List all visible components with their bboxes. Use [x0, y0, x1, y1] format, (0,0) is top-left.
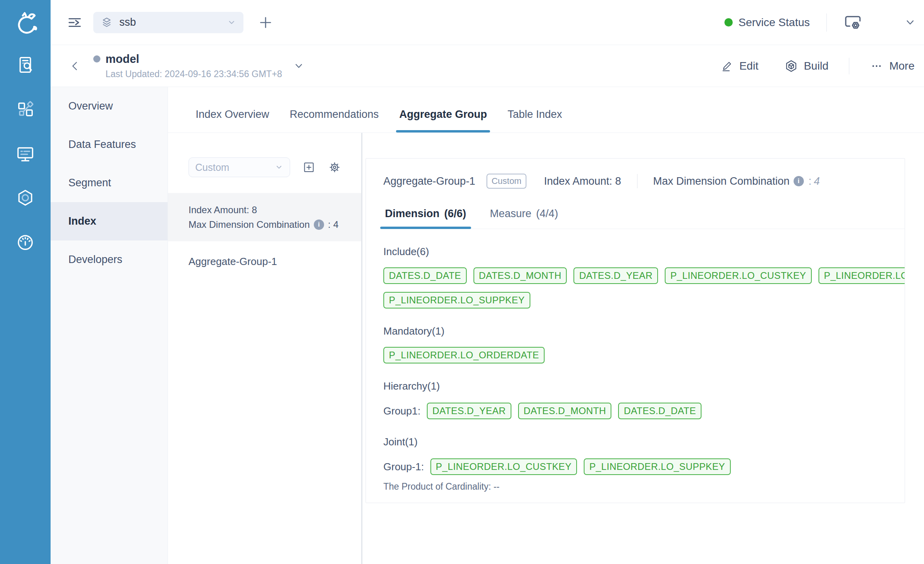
sidebar-item-index[interactable]: Index: [51, 202, 168, 240]
cardinality-footnote: The Product of Cardinality: --: [383, 481, 905, 492]
dimension-tag: DATES.D_MONTH: [518, 403, 612, 419]
model-name: model: [106, 53, 139, 66]
service-status-dot: [724, 18, 733, 26]
build-cube-icon: [784, 59, 798, 73]
model-status-dot: [93, 55, 100, 62]
info-icon[interactable]: i: [314, 220, 324, 230]
tag-row: DATES.D_DATEDATES.D_MONTHDATES.D_YEARP_L…: [383, 267, 905, 284]
custom-badge: Custom: [487, 174, 527, 189]
group-label: Group-1:: [383, 461, 424, 473]
chevron-down-icon: [275, 163, 283, 172]
dimension-tag: P_LINEORDER.LO_SUPPKEY: [383, 292, 530, 308]
sidebar-item-data-features[interactable]: Data Features: [51, 125, 168, 164]
sidebar-item-segment[interactable]: Segment: [51, 164, 168, 202]
sidebar-item-developers[interactable]: Developers: [51, 240, 168, 279]
pencil-icon: [721, 60, 734, 72]
dimension-tag: DATES.D_YEAR: [573, 267, 658, 284]
group-label: Group1:: [383, 405, 421, 417]
tab-count: (4/4): [536, 208, 558, 220]
tab-aggregate-group[interactable]: Aggregate Group: [398, 108, 488, 132]
section-label-mandatory-1: Mandatory(1): [383, 325, 905, 337]
list-item-aggregate-group-1[interactable]: Aggregate-Group-1: [189, 256, 341, 268]
user-menu-chevron-icon[interactable]: [904, 17, 916, 28]
collapse-menu-icon[interactable]: [66, 14, 83, 31]
more-label: More: [889, 60, 915, 72]
tab-measure[interactable]: Measure(4/4): [488, 208, 560, 229]
add-project-icon[interactable]: [258, 15, 273, 30]
dimension-tag: P_LINEORDER.LO_ORDERDATE: [818, 267, 905, 284]
tab-label: Measure: [490, 208, 532, 220]
section-label-hierarchy-1: Hierarchy(1): [383, 380, 905, 392]
max-dim-value: 4: [814, 175, 820, 187]
group-tags: DATES.D_YEARDATES.D_MONTHDATES.D_DATE: [427, 403, 708, 419]
gear-icon[interactable]: [328, 160, 341, 175]
model-subnav: OverviewData FeaturesSegmentIndexDevelop…: [51, 87, 168, 564]
index-type-select[interactable]: Custom: [189, 157, 290, 177]
dimension-measure-tabs: Dimension(6/6)Measure(4/4): [383, 208, 905, 229]
dimension-sections: Include(6)DATES.D_DATEDATES.D_MONTHDATES…: [383, 246, 905, 492]
header-divider: [849, 58, 849, 74]
group-row: Group1:DATES.D_YEARDATES.D_MONTHDATES.D_…: [383, 403, 905, 419]
streaming-monitor-icon[interactable]: [15, 143, 36, 164]
dashboard-gauge-icon[interactable]: [15, 232, 36, 252]
dimension-tag: P_LINEORDER.LO_ORDERDATE: [383, 347, 545, 363]
build-button[interactable]: Build: [784, 59, 828, 73]
more-dots-icon: [870, 59, 883, 73]
aggregate-group-summary-item[interactable]: Index Amount: 8 Max Dimension Combinatio…: [168, 193, 361, 241]
group-tags: P_LINEORDER.LO_CUSTKEYP_LINEORDER.LO_SUP…: [430, 458, 737, 475]
topbar-divider: [826, 13, 827, 32]
query-history-icon[interactable]: [15, 55, 36, 75]
main-column: ssb Service Status model Last Updated: 2…: [51, 0, 924, 564]
service-status-label[interactable]: Service Status: [738, 16, 810, 29]
model-last-updated: Last Updated: 2024-09-16 23:34:56 GMT+8: [106, 69, 282, 79]
dimension-tag: DATES.D_YEAR: [427, 403, 511, 419]
max-dim-label: Max Dimension Combination: [653, 175, 790, 187]
index-amount: Index Amount: 8: [544, 175, 621, 187]
more-button[interactable]: More: [870, 59, 915, 73]
dimension-tag: DATES.D_DATE: [383, 267, 467, 284]
tab-index-overview[interactable]: Index Overview: [195, 108, 270, 132]
snapshot-icon[interactable]: [15, 187, 36, 208]
sidebar-item-overview[interactable]: Overview: [51, 87, 168, 125]
aggregate-group-card: Aggregate-Group-1 Custom Index Amount: 8…: [366, 158, 905, 503]
dimension-tag: DATES.D_DATE: [618, 403, 701, 419]
layers-icon: [100, 16, 113, 29]
tag-row: P_LINEORDER.LO_SUPPKEY: [383, 292, 905, 308]
tab-label: Dimension: [385, 208, 439, 220]
build-label: Build: [804, 60, 828, 72]
group-title: Aggregate-Group-1: [383, 175, 475, 187]
tab-dimension[interactable]: Dimension(6/6): [383, 208, 468, 229]
edit-button[interactable]: Edit: [721, 60, 758, 72]
back-icon[interactable]: [70, 61, 81, 72]
model-header: model Last Updated: 2024-09-16 23:34:56 …: [51, 45, 924, 87]
add-aggregate-group-icon[interactable]: [302, 160, 316, 175]
tab-recommendations[interactable]: Recommendations: [289, 108, 379, 132]
app-rail: [0, 0, 51, 564]
dimension-tag: P_LINEORDER.LO_CUSTKEY: [430, 458, 577, 475]
group-row: Group-1:P_LINEORDER.LO_CUSTKEYP_LINEORDE…: [383, 458, 905, 475]
aggregate-group-list-pane: Custom Index Amount: 8: [168, 133, 361, 564]
tab-table-index[interactable]: Table Index: [507, 108, 563, 132]
max-dim-sep: :: [809, 175, 812, 187]
model-switch-chevron-icon[interactable]: [293, 61, 304, 72]
max-dim-value: : 4: [328, 217, 339, 232]
max-dim-label: Max Dimension Combination: [189, 217, 310, 232]
section-label-joint-1: Joint(1): [383, 436, 905, 448]
data-assets-icon[interactable]: [15, 99, 36, 119]
top-bar: ssb Service Status: [51, 0, 924, 45]
index-content: Index OverviewRecommendationsAggregate G…: [168, 87, 924, 564]
dimension-tag: DATES.D_MONTH: [473, 267, 567, 284]
info-icon[interactable]: i: [794, 176, 804, 186]
edit-label: Edit: [739, 60, 758, 72]
tab-count: (6/6): [444, 208, 466, 220]
system-settings-icon[interactable]: [843, 13, 862, 32]
index-type-value: Custom: [195, 162, 275, 173]
section-label-include-6: Include(6): [383, 246, 905, 258]
project-name: ssb: [119, 16, 227, 28]
chevron-down-icon: [227, 18, 236, 27]
detail-divider: [637, 174, 637, 188]
dimension-tag: P_LINEORDER.LO_CUSTKEY: [665, 267, 812, 284]
project-selector[interactable]: ssb: [93, 12, 243, 33]
aggregate-group-detail-pane: Aggregate-Group-1 Custom Index Amount: 8…: [362, 133, 924, 564]
index-amount-line: Index Amount: 8: [189, 203, 357, 217]
